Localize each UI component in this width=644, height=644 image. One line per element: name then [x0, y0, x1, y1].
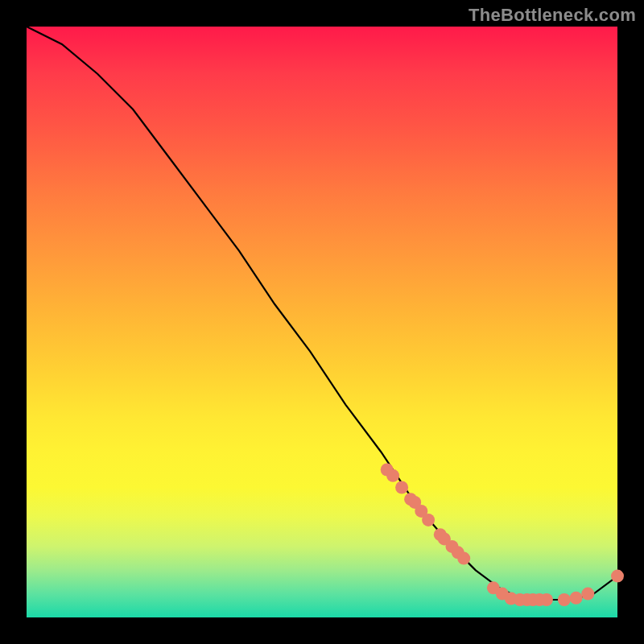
curve-svg — [27, 27, 617, 617]
data-point — [570, 592, 583, 605]
data-point — [422, 514, 435, 526]
data-point — [558, 593, 571, 606]
data-point — [386, 469, 399, 482]
curve-line — [27, 27, 617, 600]
plot-area — [27, 27, 617, 617]
data-point — [457, 552, 470, 565]
data-point — [611, 570, 624, 583]
data-point — [581, 588, 594, 601]
data-point — [540, 593, 553, 606]
data-point — [395, 481, 408, 494]
watermark-text: TheBottleneck.com — [469, 5, 636, 26]
